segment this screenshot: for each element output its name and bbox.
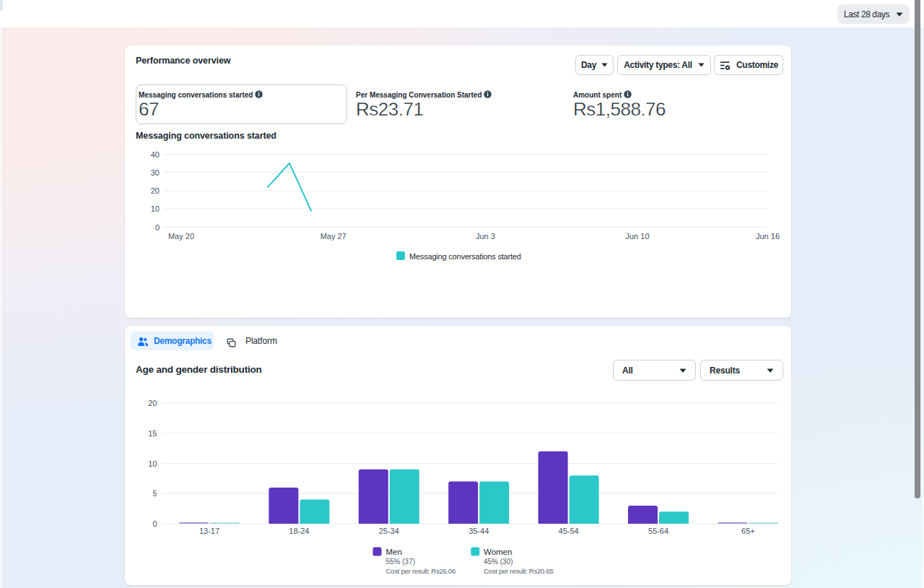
svg-text:Cost per result: Rs20.65: Cost per result: Rs20.65 — [484, 567, 553, 575]
svg-text:20: 20 — [148, 399, 157, 407]
svg-text:Jun 3: Jun 3 — [476, 232, 495, 241]
svg-text:Cost per result: Rs26.06: Cost per result: Rs26.06 — [386, 567, 456, 575]
svg-text:May 27: May 27 — [321, 232, 346, 241]
svg-text:40: 40 — [151, 150, 160, 159]
svg-text:May 20: May 20 — [168, 232, 194, 241]
svg-text:Jun 10: Jun 10 — [625, 232, 649, 241]
svg-text:13-17: 13-17 — [199, 527, 219, 535]
svg-text:35-44: 35-44 — [468, 527, 489, 535]
svg-text:10: 10 — [151, 204, 160, 213]
svg-text:55% (37): 55% (37) — [386, 558, 416, 566]
svg-text:Women: Women — [484, 548, 512, 556]
svg-text:0: 0 — [155, 223, 160, 232]
svg-text:10: 10 — [148, 459, 157, 468]
svg-text:65+: 65+ — [741, 527, 755, 535]
svg-text:Men: Men — [386, 548, 402, 556]
svg-text:30: 30 — [151, 168, 160, 177]
svg-text:18-24: 18-24 — [289, 527, 309, 535]
svg-text:55-64: 55-64 — [648, 527, 668, 535]
svg-text:45-54: 45-54 — [559, 527, 579, 535]
svg-text:0: 0 — [152, 519, 157, 528]
svg-text:Messaging conversations starte: Messaging conversations started — [409, 252, 521, 261]
svg-text:25-34: 25-34 — [379, 527, 399, 535]
svg-text:5: 5 — [152, 489, 157, 498]
svg-text:Jun 16: Jun 16 — [756, 232, 780, 241]
svg-text:20: 20 — [151, 186, 160, 195]
svg-text:15: 15 — [148, 429, 157, 438]
svg-text:45% (30): 45% (30) — [484, 558, 513, 566]
